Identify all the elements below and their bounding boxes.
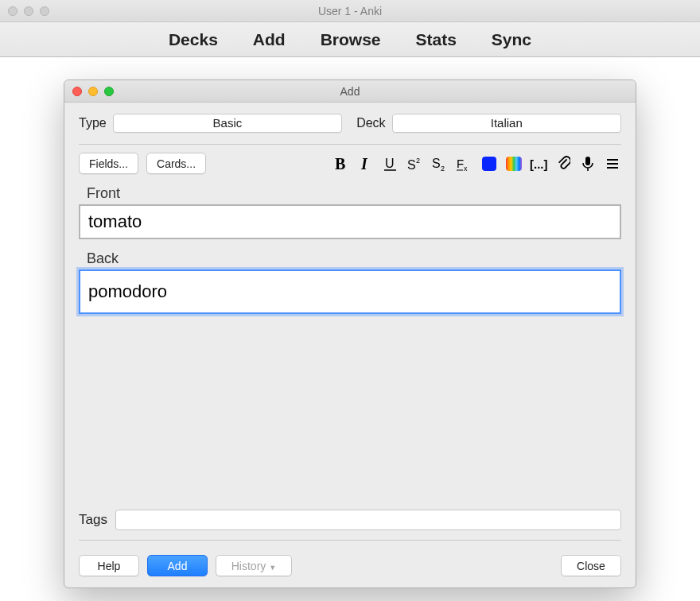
history-button[interactable]: History▼ bbox=[216, 555, 292, 576]
attachment-icon[interactable] bbox=[554, 155, 572, 173]
toolbar-sync[interactable]: Sync bbox=[492, 30, 531, 49]
clear-formatting-icon[interactable]: Fx bbox=[456, 155, 473, 173]
superscript-icon[interactable]: S2 bbox=[406, 155, 424, 173]
front-field[interactable] bbox=[79, 204, 621, 239]
svg-text:2: 2 bbox=[441, 165, 445, 172]
history-button-label: History bbox=[231, 560, 266, 572]
divider bbox=[79, 540, 621, 541]
chevron-down-icon: ▼ bbox=[269, 564, 276, 572]
svg-text:F: F bbox=[457, 157, 464, 170]
dialog-title: Add bbox=[64, 85, 636, 98]
toolbar-browse[interactable]: Browse bbox=[321, 30, 381, 49]
subscript-icon[interactable]: S2 bbox=[431, 155, 449, 173]
close-icon[interactable] bbox=[8, 6, 18, 16]
minimize-icon[interactable] bbox=[24, 6, 33, 16]
tags-label: Tags bbox=[79, 512, 107, 528]
bold-icon[interactable]: B bbox=[332, 155, 350, 173]
add-button[interactable]: Add bbox=[147, 555, 208, 576]
deck-label: Deck bbox=[356, 116, 385, 130]
tags-field[interactable] bbox=[115, 510, 621, 530]
svg-text:S: S bbox=[407, 158, 416, 172]
record-audio-icon[interactable] bbox=[579, 155, 597, 173]
svg-text:2: 2 bbox=[416, 157, 420, 165]
main-toolbar: Decks Add Browse Stats Sync bbox=[0, 22, 700, 57]
svg-text:x: x bbox=[464, 165, 468, 172]
close-button[interactable]: Close bbox=[561, 555, 621, 576]
divider bbox=[79, 144, 621, 145]
add-dialog: Add Type Basic Deck Italian Fields... Ca… bbox=[64, 79, 636, 588]
svg-rect-12 bbox=[585, 157, 590, 165]
italic-icon[interactable]: I bbox=[357, 155, 375, 173]
front-label: Front bbox=[87, 185, 621, 202]
back-field[interactable] bbox=[79, 269, 621, 314]
help-button[interactable]: Help bbox=[79, 555, 139, 576]
type-label: Type bbox=[79, 116, 107, 130]
underline-icon[interactable]: U bbox=[382, 155, 399, 173]
toolbar-decks[interactable]: Decks bbox=[169, 30, 218, 49]
fields-button[interactable]: Fields... bbox=[79, 153, 138, 174]
toolbar-stats[interactable]: Stats bbox=[416, 30, 457, 49]
type-selector[interactable]: Basic bbox=[113, 114, 342, 133]
main-titlebar: User 1 - Anki bbox=[0, 0, 700, 22]
toolbar-add[interactable]: Add bbox=[253, 30, 286, 49]
highlight-color-icon[interactable] bbox=[505, 155, 523, 173]
formatting-toolbar: B I U S2 S2 Fx bbox=[332, 155, 621, 173]
back-label: Back bbox=[87, 250, 621, 267]
svg-text:S: S bbox=[432, 157, 441, 170]
text-color-icon[interactable] bbox=[480, 155, 498, 173]
dialog-titlebar: Add bbox=[64, 80, 636, 103]
svg-text:I: I bbox=[360, 156, 368, 172]
svg-text:U: U bbox=[385, 157, 395, 170]
svg-text:B: B bbox=[335, 156, 345, 172]
deck-selector[interactable]: Italian bbox=[392, 114, 621, 133]
cloze-icon[interactable]: [...] bbox=[530, 155, 547, 173]
maximize-icon[interactable] bbox=[40, 6, 49, 16]
more-options-icon[interactable] bbox=[604, 155, 621, 173]
cards-button[interactable]: Cards... bbox=[146, 153, 206, 174]
svg-text:[...]: [...] bbox=[530, 157, 547, 171]
window-title: User 1 - Anki bbox=[0, 5, 700, 17]
